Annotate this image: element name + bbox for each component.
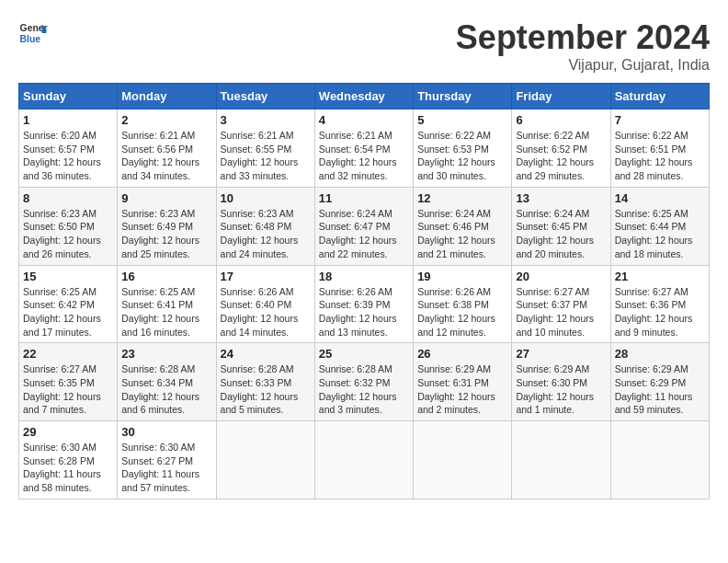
calendar-cell: 15Sunrise: 6:25 AM Sunset: 6:42 PM Dayli… xyxy=(19,265,118,343)
day-info: Sunrise: 6:22 AM Sunset: 6:53 PM Dayligh… xyxy=(417,129,507,183)
calendar-week-row: 22Sunrise: 6:27 AM Sunset: 6:35 PM Dayli… xyxy=(19,343,710,421)
calendar-cell: 7Sunrise: 6:22 AM Sunset: 6:51 PM Daylig… xyxy=(610,109,709,188)
day-number: 28 xyxy=(615,347,705,361)
day-number: 29 xyxy=(23,425,113,439)
day-number: 7 xyxy=(615,113,705,127)
calendar-cell: 5Sunrise: 6:22 AM Sunset: 6:53 PM Daylig… xyxy=(414,109,512,188)
calendar-cell: 19Sunrise: 6:26 AM Sunset: 6:38 PM Dayli… xyxy=(414,265,512,343)
day-info: Sunrise: 6:24 AM Sunset: 6:45 PM Dayligh… xyxy=(516,207,606,261)
calendar-cell: 11Sunrise: 6:24 AM Sunset: 6:47 PM Dayli… xyxy=(314,187,413,265)
day-number: 12 xyxy=(417,191,507,205)
header-tuesday: Tuesday xyxy=(216,84,314,109)
calendar-week-row: 8Sunrise: 6:23 AM Sunset: 6:50 PM Daylig… xyxy=(19,187,710,265)
day-number: 5 xyxy=(417,113,507,127)
day-number: 17 xyxy=(221,270,311,283)
calendar-cell: 29Sunrise: 6:30 AM Sunset: 6:28 PM Dayli… xyxy=(19,421,118,500)
calendar-table: Sunday Monday Tuesday Wednesday Thursday… xyxy=(18,83,710,500)
calendar-cell: 24Sunrise: 6:28 AM Sunset: 6:33 PM Dayli… xyxy=(216,343,314,421)
day-info: Sunrise: 6:27 AM Sunset: 6:37 PM Dayligh… xyxy=(516,285,606,339)
header-monday: Monday xyxy=(118,84,216,109)
header-friday: Friday xyxy=(512,84,610,109)
calendar-cell: 6Sunrise: 6:22 AM Sunset: 6:52 PM Daylig… xyxy=(512,109,610,188)
day-number: 11 xyxy=(319,191,409,205)
calendar-cell xyxy=(610,421,709,500)
calendar-week-row: 15Sunrise: 6:25 AM Sunset: 6:42 PM Dayli… xyxy=(19,265,710,343)
month-title: September 2024 xyxy=(456,18,710,57)
day-number: 16 xyxy=(121,270,211,283)
calendar-cell: 20Sunrise: 6:27 AM Sunset: 6:37 PM Dayli… xyxy=(512,265,610,343)
calendar-cell: 1Sunrise: 6:20 AM Sunset: 6:57 PM Daylig… xyxy=(19,109,118,188)
location-title: Vijapur, Gujarat, India xyxy=(456,57,710,74)
day-number: 14 xyxy=(615,191,705,205)
calendar-cell: 3Sunrise: 6:21 AM Sunset: 6:55 PM Daylig… xyxy=(216,109,314,188)
header-sunday: Sunday xyxy=(19,84,118,109)
calendar-cell xyxy=(512,421,610,500)
calendar-cell xyxy=(314,421,413,500)
calendar-cell: 13Sunrise: 6:24 AM Sunset: 6:45 PM Dayli… xyxy=(512,187,610,265)
day-info: Sunrise: 6:22 AM Sunset: 6:51 PM Dayligh… xyxy=(615,129,705,183)
day-number: 15 xyxy=(23,270,113,283)
logo: General Blue xyxy=(18,18,48,48)
weekday-header-row: Sunday Monday Tuesday Wednesday Thursday… xyxy=(19,84,710,109)
calendar-cell: 17Sunrise: 6:26 AM Sunset: 6:40 PM Dayli… xyxy=(216,265,314,343)
calendar-cell: 23Sunrise: 6:28 AM Sunset: 6:34 PM Dayli… xyxy=(118,343,216,421)
day-info: Sunrise: 6:27 AM Sunset: 6:35 PM Dayligh… xyxy=(23,362,113,417)
day-number: 3 xyxy=(221,113,311,127)
calendar-cell: 26Sunrise: 6:29 AM Sunset: 6:31 PM Dayli… xyxy=(414,343,512,421)
day-number: 30 xyxy=(121,425,211,439)
day-info: Sunrise: 6:25 AM Sunset: 6:44 PM Dayligh… xyxy=(615,207,705,261)
day-info: Sunrise: 6:23 AM Sunset: 6:50 PM Dayligh… xyxy=(23,207,113,261)
calendar-cell xyxy=(216,421,314,500)
header-thursday: Thursday xyxy=(414,84,512,109)
day-number: 8 xyxy=(23,191,113,205)
day-number: 24 xyxy=(221,347,311,361)
calendar-week-row: 29Sunrise: 6:30 AM Sunset: 6:28 PM Dayli… xyxy=(19,421,710,500)
day-number: 18 xyxy=(319,270,409,283)
calendar-cell: 30Sunrise: 6:30 AM Sunset: 6:27 PM Dayli… xyxy=(118,421,216,500)
day-info: Sunrise: 6:28 AM Sunset: 6:32 PM Dayligh… xyxy=(319,362,409,417)
calendar-cell: 25Sunrise: 6:28 AM Sunset: 6:32 PM Dayli… xyxy=(314,343,413,421)
day-info: Sunrise: 6:24 AM Sunset: 6:47 PM Dayligh… xyxy=(319,207,409,261)
calendar-week-row: 1Sunrise: 6:20 AM Sunset: 6:57 PM Daylig… xyxy=(19,109,710,188)
day-number: 4 xyxy=(319,113,409,127)
calendar-cell xyxy=(414,421,512,500)
day-info: Sunrise: 6:24 AM Sunset: 6:46 PM Dayligh… xyxy=(417,207,507,261)
svg-text:Blue: Blue xyxy=(20,34,41,44)
page-header: General Blue September 2024 Vijapur, Guj… xyxy=(18,18,710,74)
calendar-cell: 12Sunrise: 6:24 AM Sunset: 6:46 PM Dayli… xyxy=(414,187,512,265)
day-info: Sunrise: 6:25 AM Sunset: 6:41 PM Dayligh… xyxy=(121,285,211,339)
day-info: Sunrise: 6:23 AM Sunset: 6:48 PM Dayligh… xyxy=(221,207,311,261)
header-wednesday: Wednesday xyxy=(314,84,413,109)
day-info: Sunrise: 6:20 AM Sunset: 6:57 PM Dayligh… xyxy=(23,129,113,183)
day-info: Sunrise: 6:30 AM Sunset: 6:27 PM Dayligh… xyxy=(121,441,211,495)
calendar-cell: 16Sunrise: 6:25 AM Sunset: 6:41 PM Dayli… xyxy=(118,265,216,343)
day-number: 10 xyxy=(221,191,311,205)
calendar-cell: 27Sunrise: 6:29 AM Sunset: 6:30 PM Dayli… xyxy=(512,343,610,421)
calendar-cell: 21Sunrise: 6:27 AM Sunset: 6:36 PM Dayli… xyxy=(610,265,709,343)
day-info: Sunrise: 6:21 AM Sunset: 6:56 PM Dayligh… xyxy=(121,129,211,183)
day-number: 2 xyxy=(121,113,211,127)
day-info: Sunrise: 6:27 AM Sunset: 6:36 PM Dayligh… xyxy=(615,285,705,339)
calendar-cell: 10Sunrise: 6:23 AM Sunset: 6:48 PM Dayli… xyxy=(216,187,314,265)
day-info: Sunrise: 6:23 AM Sunset: 6:49 PM Dayligh… xyxy=(121,207,211,261)
day-number: 26 xyxy=(417,347,507,361)
day-number: 13 xyxy=(516,191,606,205)
day-number: 20 xyxy=(516,270,606,283)
day-info: Sunrise: 6:26 AM Sunset: 6:39 PM Dayligh… xyxy=(319,285,409,339)
day-info: Sunrise: 6:26 AM Sunset: 6:40 PM Dayligh… xyxy=(221,285,311,339)
day-number: 9 xyxy=(121,191,211,205)
day-number: 1 xyxy=(23,113,113,127)
calendar-cell: 22Sunrise: 6:27 AM Sunset: 6:35 PM Dayli… xyxy=(19,343,118,421)
day-info: Sunrise: 6:29 AM Sunset: 6:30 PM Dayligh… xyxy=(516,362,606,417)
day-info: Sunrise: 6:21 AM Sunset: 6:55 PM Dayligh… xyxy=(221,129,311,183)
header-saturday: Saturday xyxy=(610,84,709,109)
day-number: 25 xyxy=(319,347,409,361)
day-info: Sunrise: 6:28 AM Sunset: 6:33 PM Dayligh… xyxy=(221,362,311,417)
day-info: Sunrise: 6:25 AM Sunset: 6:42 PM Dayligh… xyxy=(23,285,113,339)
day-info: Sunrise: 6:28 AM Sunset: 6:34 PM Dayligh… xyxy=(121,362,211,417)
calendar-cell: 8Sunrise: 6:23 AM Sunset: 6:50 PM Daylig… xyxy=(19,187,118,265)
day-number: 21 xyxy=(615,270,705,283)
calendar-cell: 9Sunrise: 6:23 AM Sunset: 6:49 PM Daylig… xyxy=(118,187,216,265)
svg-marker-3 xyxy=(42,29,47,33)
day-info: Sunrise: 6:26 AM Sunset: 6:38 PM Dayligh… xyxy=(417,285,507,339)
